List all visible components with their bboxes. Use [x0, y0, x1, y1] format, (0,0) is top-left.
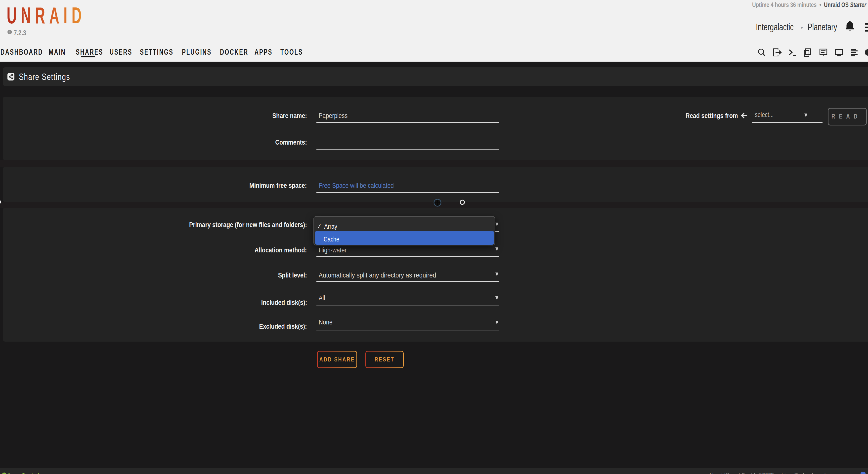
- svg-text:UNRAID: UNRAID: [7, 6, 81, 25]
